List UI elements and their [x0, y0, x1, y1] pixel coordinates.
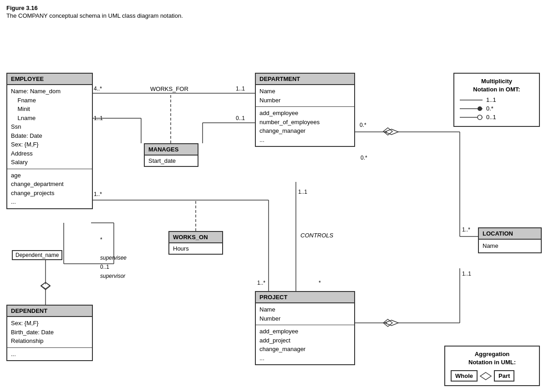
manages-emp-mult: 1..1 [94, 115, 103, 121]
works-for-emp-mult: 4..* [94, 85, 102, 92]
figure-caption: The COMPANY conceptual schema in UML cla… [6, 12, 549, 19]
location-header: LOCATION [479, 228, 541, 240]
svg-point-34 [478, 115, 482, 120]
controls-label: CONTROLS [300, 232, 333, 239]
legend-row-0star: 0.* [460, 105, 534, 112]
multiplicity-legend: MultiplicityNotation in OMT: 1..1 0.* 0.… [453, 73, 540, 127]
svg-marker-35 [480, 372, 491, 380]
dependent-attributes: Sex: {M,F} Birth_date: Date Relationship [7, 317, 92, 348]
project-methods: add_employee add_project change_manager … [256, 325, 354, 364]
employee-class: EMPLOYEE Name: Name_dom Fname Minit Lnam… [6, 73, 93, 209]
dept-agg-mult: 0.* [361, 155, 367, 161]
legend-title: MultiplicityNotation in OMT: [460, 77, 534, 94]
dependent-diamond [40, 282, 51, 291]
legend-row-11: 1..1 [460, 96, 534, 103]
manages-body: Start_date [145, 156, 198, 166]
department-class: DEPARTMENT Name Number add_employee numb… [255, 73, 355, 147]
proj-emp-mult: 1..* [257, 280, 265, 286]
employee-attributes: Name: Name_dom Fname Minit Lname Ssn Bda… [7, 85, 92, 169]
svg-marker-29 [383, 319, 392, 327]
dependent-methods: ... [7, 348, 92, 361]
dept-proj-mult: 1..1 [298, 189, 307, 195]
legend-row-01: 0..1 [460, 114, 534, 121]
supervises-top-mult: 1..* [94, 191, 102, 197]
proj-agg-mult: * [319, 280, 321, 286]
dependent-class: DEPENDENT Sex: {M,F} Birth_date: Date Re… [6, 305, 93, 361]
manages-header: MANAGES [145, 144, 198, 156]
whole-label: Whole [451, 370, 478, 382]
supervisee-role: supervisee [100, 255, 127, 261]
location-class: LOCATION Name [478, 227, 542, 253]
works-on-class: WORKS_ON Hours [168, 231, 223, 255]
figure-title: Figure 3.16 [6, 5, 549, 11]
dependent-header: DEPENDENT [7, 306, 92, 317]
loc-proj-mult: 1..1 [462, 271, 471, 277]
dept-loc-mult: 0.* [360, 122, 366, 128]
supervises-bot-mult: * [100, 236, 102, 243]
works-for-dept-mult: 1..1 [236, 85, 245, 92]
project-header: PROJECT [256, 292, 354, 303]
employee-header: EMPLOYEE [7, 74, 92, 85]
department-methods: add_employee number_of_employees change_… [256, 107, 354, 146]
department-attributes: Name Number [256, 85, 354, 107]
supervisor-role: supervisor [100, 273, 125, 279]
project-attributes: Name Number [256, 303, 354, 325]
supervisor-mult: 0..1 [100, 264, 109, 270]
agg-title: AggregationNotation in UML: [451, 350, 534, 367]
employee-methods: age change_department change_projects ..… [7, 169, 92, 208]
manages-dept-mult: 0..1 [236, 115, 245, 121]
aggregation-legend: AggregationNotation in UML: Whole Part [444, 346, 540, 386]
svg-marker-27 [41, 282, 50, 290]
location-attributes: Name [479, 240, 541, 252]
project-class: PROJECT Name Number add_employee add_pro… [255, 291, 355, 365]
manages-class: MANAGES Start_date [144, 143, 198, 167]
svg-marker-28 [383, 128, 392, 135]
department-header: DEPARTMENT [256, 74, 354, 85]
proj-agg-diamond [382, 319, 393, 328]
works-on-body: Hours [169, 243, 222, 254]
svg-point-32 [478, 106, 482, 111]
dependent-name-box: Dependent_name [12, 250, 62, 260]
part-label: Part [494, 370, 514, 382]
agg-row: Whole Part [451, 370, 534, 382]
works-on-header: WORKS_ON [169, 232, 222, 243]
loc-dept-mult: 1..* [462, 226, 470, 233]
dept-loc-diamond [382, 127, 393, 137]
works-for-label: WORKS_FOR [150, 85, 188, 92]
